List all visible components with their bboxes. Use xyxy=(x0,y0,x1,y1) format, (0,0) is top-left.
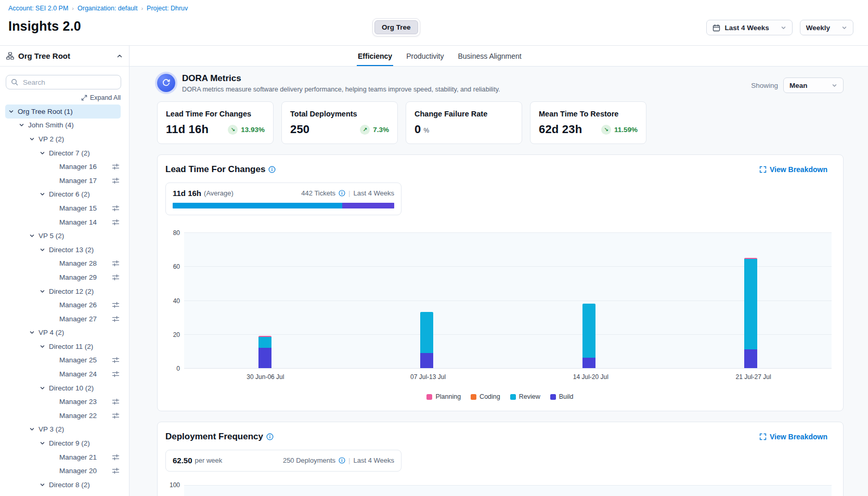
chevron-down-icon xyxy=(8,109,18,114)
deployment-view-breakdown-button[interactable]: View Breakdown xyxy=(759,433,827,441)
view-breakdown-label: View Breakdown xyxy=(770,433,827,441)
tune-filter-icon[interactable] xyxy=(112,177,120,185)
tree-item-director-11-2[interactable]: Director 11 (2) xyxy=(5,340,121,354)
tree-item-manager-17[interactable]: Manager 17 xyxy=(5,174,121,188)
trend-value: 11.59% xyxy=(614,126,638,134)
tab-productivity[interactable]: Productivity xyxy=(405,46,445,66)
metric-card-title: Total Deployments xyxy=(290,110,389,118)
bar-30-jun-06-jul[interactable] xyxy=(258,336,271,368)
info-icon[interactable] xyxy=(266,433,274,440)
org-tree-toggle-button[interactable]: Org Tree xyxy=(374,20,418,34)
tree-item-label: Manager 20 xyxy=(59,467,112,475)
tree-item-director-9-2[interactable]: Director 9 (2) xyxy=(5,436,121,450)
lead-time-chart-legend: PlanningCodingReviewBuild xyxy=(165,393,835,400)
tune-filter-icon[interactable] xyxy=(112,273,120,281)
tree-item-label: VP 3 (2) xyxy=(38,425,121,433)
tree-item-manager-20[interactable]: Manager 20 xyxy=(5,464,121,478)
legend-swatch xyxy=(426,394,432,400)
breadcrumb-account-link[interactable]: Account: SEI 2.0 PM xyxy=(8,5,68,12)
breadcrumb-project-link[interactable]: Project: Dhruv xyxy=(147,5,188,12)
info-icon[interactable] xyxy=(339,190,345,197)
tune-filter-icon[interactable] xyxy=(112,218,120,226)
tree-item-john-smith-4[interactable]: John Smith (4) xyxy=(5,119,121,133)
info-icon[interactable] xyxy=(268,166,276,173)
trend-down-arrow-icon: ↘ xyxy=(601,125,611,135)
metric-card-title: Change Failure Rate xyxy=(414,110,513,118)
tree-item-manager-14[interactable]: Manager 14 xyxy=(5,215,121,229)
chevron-down-icon xyxy=(40,440,49,446)
chevron-down-icon xyxy=(40,191,49,197)
tree-item-director-13-2[interactable]: Director 13 (2) xyxy=(5,243,121,257)
legend-swatch xyxy=(550,394,556,400)
lead-time-average-qualifier: (Average) xyxy=(204,189,234,197)
deployment-plot-area xyxy=(184,486,832,496)
date-range-select[interactable]: Last 4 Weeks xyxy=(706,20,792,35)
tree-item-manager-16[interactable]: Manager 16 xyxy=(5,160,121,174)
search-input[interactable] xyxy=(22,78,116,87)
legend-label: Build xyxy=(559,393,574,400)
tree-item-vp-5-2[interactable]: VP 5 (2) xyxy=(5,229,121,243)
tab-business-alignment[interactable]: Business Alignment xyxy=(457,46,523,66)
tree-item-manager-26[interactable]: Manager 26 xyxy=(5,298,121,312)
tree-item-manager-24[interactable]: Manager 24 xyxy=(5,367,121,381)
tune-filter-icon[interactable] xyxy=(112,412,120,420)
tree-item-director-7-2[interactable]: Director 7 (2) xyxy=(5,146,121,160)
tune-filter-icon[interactable] xyxy=(112,467,120,475)
tree-item-vp-2-2[interactable]: VP 2 (2) xyxy=(5,132,121,146)
tune-filter-icon[interactable] xyxy=(112,356,120,364)
tree-item-manager-15[interactable]: Manager 15 xyxy=(5,201,121,215)
tune-filter-icon[interactable] xyxy=(112,204,120,212)
showing-select[interactable]: Mean xyxy=(783,77,844,93)
deployment-range-label: Last 4 Weeks xyxy=(353,456,394,464)
tune-filter-icon[interactable] xyxy=(112,370,120,378)
expand-all-button[interactable]: Expand All xyxy=(81,94,121,101)
legend-item-review[interactable]: Review xyxy=(510,393,540,400)
tab-efficiency[interactable]: Efficiency xyxy=(357,46,393,66)
tree-item-org-tree-root-1[interactable]: Org Tree Root (1) xyxy=(5,105,121,119)
bar-segment-review xyxy=(582,304,595,358)
tune-filter-icon[interactable] xyxy=(112,315,120,323)
tune-filter-icon[interactable] xyxy=(112,453,120,461)
tree-item-manager-21[interactable]: Manager 21 xyxy=(5,450,121,464)
bar-21-jul-27-jul[interactable] xyxy=(744,258,757,368)
tune-filter-icon[interactable] xyxy=(112,163,120,171)
y-axis-tick-label: 80 xyxy=(165,229,180,237)
legend-item-planning[interactable]: Planning xyxy=(426,393,461,400)
bar-07-jul-13-jul[interactable] xyxy=(420,312,433,368)
tree-item-manager-27[interactable]: Manager 27 xyxy=(5,312,121,326)
lead-time-chart: 020406080 xyxy=(165,233,832,369)
tree-item-manager-29[interactable]: Manager 29 xyxy=(5,270,121,284)
tree-item-director-8-2[interactable]: Director 8 (2) xyxy=(5,478,121,492)
sidebar-header: Org Tree Root xyxy=(0,46,129,67)
tree-item-manager-25[interactable]: Manager 25 xyxy=(5,354,121,368)
lead-time-view-breakdown-button[interactable]: View Breakdown xyxy=(759,165,827,174)
chevron-down-icon xyxy=(841,25,847,31)
tree-item-manager-23[interactable]: Manager 23 xyxy=(5,395,121,409)
lead-time-summary-card: 11d 16h (Average) 442 Tickets | Last 4 W… xyxy=(165,182,401,215)
tree-item-director-6-2[interactable]: Director 6 (2) xyxy=(5,188,121,202)
tree-item-director-10-2[interactable]: Director 10 (2) xyxy=(5,381,121,395)
breadcrumb-separator: › xyxy=(72,5,74,11)
gridline xyxy=(184,232,832,233)
bar-14-jul-20-jul[interactable] xyxy=(582,304,595,368)
tree-item-manager-28[interactable]: Manager 28 xyxy=(5,257,121,271)
legend-item-build[interactable]: Build xyxy=(550,393,574,400)
y-axis-tick-label: 0 xyxy=(165,365,180,372)
tree-item-label: Org Tree Root (1) xyxy=(18,108,121,115)
tree-item-vp-4-2[interactable]: VP 4 (2) xyxy=(5,326,121,340)
breadcrumb-organization-link[interactable]: Organization: default xyxy=(77,5,137,12)
lead-time-panel: Lead Time For Changes View Breakdown xyxy=(157,154,844,411)
tree-item-director-12-2[interactable]: Director 12 (2) xyxy=(5,284,121,298)
info-icon[interactable] xyxy=(339,457,345,464)
tree-item-vp-3-2[interactable]: VP 3 (2) xyxy=(5,423,121,437)
legend-item-coding[interactable]: Coding xyxy=(471,393,500,400)
granularity-select[interactable]: Weekly xyxy=(800,20,853,35)
tree-item-manager-22[interactable]: Manager 22 xyxy=(5,409,121,423)
collapse-panel-icon[interactable] xyxy=(116,53,123,59)
chevron-down-icon xyxy=(40,150,49,156)
breadcrumb: Account: SEI 2.0 PM › Organization: defa… xyxy=(8,5,188,12)
dora-header: DORA Metrics DORA metrics measure softwa… xyxy=(157,73,844,93)
tune-filter-icon[interactable] xyxy=(112,259,120,267)
tune-filter-icon[interactable] xyxy=(112,301,120,309)
tune-filter-icon[interactable] xyxy=(112,398,120,406)
